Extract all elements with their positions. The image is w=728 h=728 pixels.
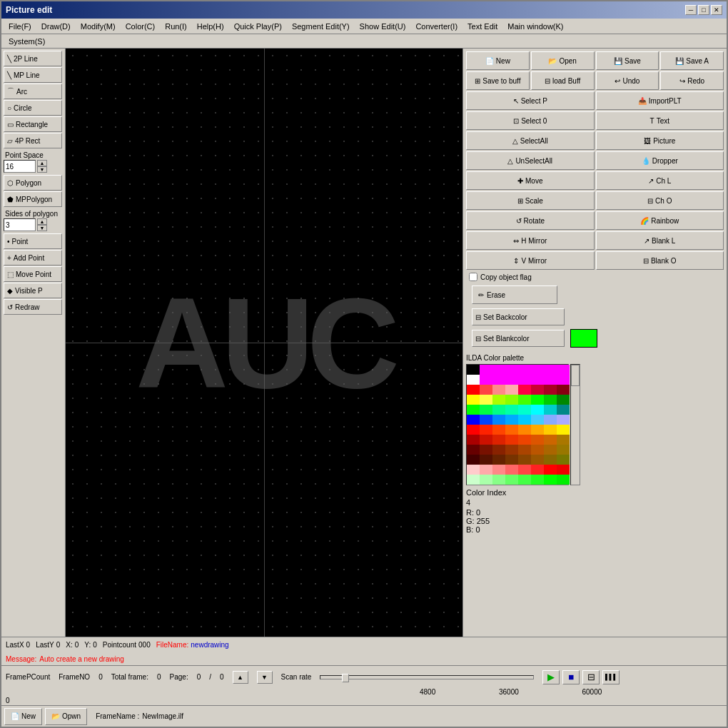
palette-cell-87[interactable]: [557, 465, 570, 475]
sides-down[interactable]: ▼: [37, 225, 47, 231]
palette-cell-64[interactable]: [467, 445, 480, 455]
palette-cell-54[interactable]: [544, 425, 557, 435]
tool-polygon[interactable]: ⬡ Polygon: [4, 175, 62, 191]
step-button[interactable]: ⊟: [582, 670, 600, 684]
tool-4prect[interactable]: ▱ 4P Rect: [4, 133, 62, 148]
palette-cell-86[interactable]: [544, 465, 557, 475]
blankl-button[interactable]: ↗ Blank L: [596, 231, 724, 250]
palette-cell-93[interactable]: [531, 475, 544, 485]
palette-cell-88[interactable]: [467, 475, 480, 485]
rainbow-button[interactable]: 🌈 Rainbow: [596, 211, 724, 230]
palette-cell-13[interactable]: [531, 375, 544, 385]
menu-textedit[interactable]: Text Edit: [463, 21, 502, 32]
palette-cell-95[interactable]: [557, 475, 570, 485]
tool-rectangle[interactable]: ▭ Rectangle: [4, 116, 62, 132]
menu-modify[interactable]: Modify(M): [76, 21, 120, 32]
importplt-button[interactable]: 📥 ImportPLT: [596, 91, 724, 110]
palette-cell-78[interactable]: [544, 455, 557, 465]
select0-button[interactable]: ⊡ Select 0: [466, 111, 595, 130]
palette-cell-6[interactable]: [544, 365, 557, 375]
menu-system[interactable]: System(S): [4, 36, 49, 47]
palette-cell-60[interactable]: [518, 435, 531, 445]
palette-cell-69[interactable]: [531, 445, 544, 455]
save-button[interactable]: 💾 Save: [596, 51, 659, 70]
menu-color[interactable]: Color(C): [121, 21, 160, 32]
palette-cell-24[interactable]: [467, 395, 480, 405]
palette-cell-61[interactable]: [531, 435, 544, 445]
palette-cell-31[interactable]: [557, 395, 570, 405]
palette-cell-5[interactable]: [531, 365, 544, 375]
palette-cell-12[interactable]: [518, 375, 531, 385]
palette-cell-84[interactable]: [518, 465, 531, 475]
menu-quickplay[interactable]: Quick Play(P): [230, 21, 286, 32]
rotate-button[interactable]: ↺ Rotate: [466, 211, 595, 230]
palette-cell-73[interactable]: [480, 455, 492, 465]
open-button[interactable]: 📂 Open: [531, 51, 595, 70]
canvas-area[interactable]: AUC: [66, 49, 462, 637]
menu-mainwindow[interactable]: Main window(K): [503, 21, 567, 32]
dropper-button[interactable]: 💧 Dropper: [596, 151, 724, 170]
menu-help[interactable]: Help(H): [193, 21, 228, 32]
palette-cell-79[interactable]: [557, 455, 570, 465]
palette-cell-90[interactable]: [492, 475, 505, 485]
palette-cell-25[interactable]: [480, 395, 492, 405]
palette-cell-55[interactable]: [557, 425, 570, 435]
multi-button[interactable]: ▌▌▌: [602, 670, 620, 684]
palette-cell-37[interactable]: [531, 405, 544, 415]
palette-cell-68[interactable]: [518, 445, 531, 455]
palette-cell-23[interactable]: [557, 385, 570, 395]
palette-cell-11[interactable]: [505, 375, 518, 385]
menu-segment[interactable]: Segment Edit(Y): [288, 21, 354, 32]
palette-cell-80[interactable]: [467, 465, 480, 475]
sides-up[interactable]: ▲: [37, 218, 47, 225]
palette-cell-83[interactable]: [505, 465, 518, 475]
palette-cell-72[interactable]: [467, 455, 480, 465]
palette-cell-40[interactable]: [467, 415, 480, 425]
palette-cell-20[interactable]: [518, 385, 531, 395]
palette-cell-33[interactable]: [480, 405, 492, 415]
move-button[interactable]: ✚ Move: [466, 171, 595, 190]
unselectall-button[interactable]: △ UnSelectAll: [466, 151, 595, 170]
undo-button[interactable]: ↩ Undo: [596, 71, 659, 90]
tool-addpoint[interactable]: + Add Point: [4, 250, 62, 266]
palette-cell-76[interactable]: [518, 455, 531, 465]
palette-cell-74[interactable]: [492, 455, 505, 465]
palette-cell-38[interactable]: [544, 405, 557, 415]
selectall-button[interactable]: △ SelectAll: [466, 131, 595, 150]
palette-cell-52[interactable]: [518, 425, 531, 435]
menu-draw[interactable]: Draw(D): [37, 21, 75, 32]
new-button[interactable]: 📄 New: [466, 51, 530, 70]
palette-cell-1[interactable]: [480, 365, 492, 375]
stop-button[interactable]: ■: [562, 670, 580, 684]
menu-converter[interactable]: Converter(I): [411, 21, 462, 32]
palette-cell-49[interactable]: [480, 425, 492, 435]
palette-cell-16[interactable]: [467, 385, 480, 395]
cho-button[interactable]: ⊟ Ch O: [596, 191, 724, 210]
palette-cell-15[interactable]: [557, 375, 570, 385]
copy-object-flag-checkbox[interactable]: [469, 273, 477, 281]
tool-point[interactable]: • Point: [4, 233, 62, 249]
blanko-button[interactable]: ⊟ Blank O: [596, 251, 724, 270]
palette-cell-59[interactable]: [505, 435, 518, 445]
palette-cell-35[interactable]: [505, 405, 518, 415]
palette-cell-34[interactable]: [492, 405, 505, 415]
point-space-input[interactable]: [4, 160, 36, 173]
tool-movepoint[interactable]: ⬚ Move Point: [4, 266, 62, 282]
text-button[interactable]: T Text: [596, 111, 724, 130]
savebuff-button[interactable]: ⊞ Save to buff: [466, 71, 530, 90]
palette-cell-81[interactable]: [480, 465, 492, 475]
palette-cell-3[interactable]: [505, 365, 518, 375]
set-blankcolor-button[interactable]: ⊟ Set Blankcolor: [472, 330, 565, 347]
palette-cell-53[interactable]: [531, 425, 544, 435]
scale-button[interactable]: ⊞ Scale: [466, 191, 595, 210]
selectp-button[interactable]: ↖ Select P: [466, 91, 595, 110]
tool-2pline[interactable]: ╲ 2P Line: [4, 51, 62, 66]
palette-cell-30[interactable]: [544, 395, 557, 405]
palette-cell-45[interactable]: [531, 415, 544, 425]
palette-cell-9[interactable]: [480, 375, 492, 385]
palette-cell-18[interactable]: [492, 385, 505, 395]
palette-cell-41[interactable]: [480, 415, 492, 425]
palette-cell-71[interactable]: [557, 445, 570, 455]
tool-arc[interactable]: ⌒ Arc: [4, 84, 62, 99]
palette-cell-46[interactable]: [544, 415, 557, 425]
